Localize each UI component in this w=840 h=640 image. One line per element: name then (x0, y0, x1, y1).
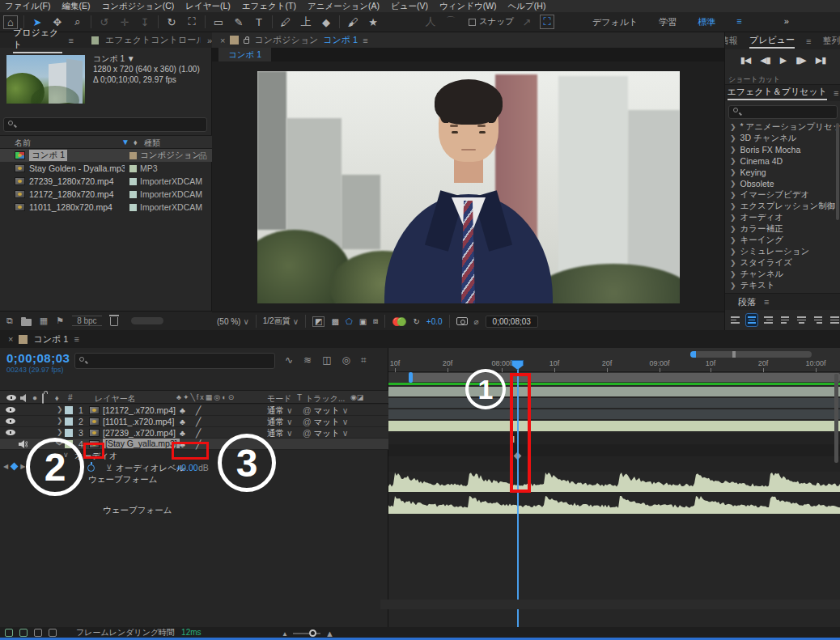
composition-panel-menu-icon[interactable]: ≡ (363, 36, 367, 45)
menu-edit[interactable]: 編集(E) (62, 1, 90, 12)
footage-name[interactable]: コンポ 1 (29, 150, 67, 161)
play-icon[interactable]: ▶ (780, 55, 786, 66)
close-icon[interactable]: × (8, 334, 13, 344)
project-scrollbar[interactable] (131, 317, 163, 324)
project-row[interactable]: 11011_1280x720.mp4 ImporterXDCAM (0, 201, 212, 214)
brush-tool-icon[interactable]: 🖊 (278, 16, 293, 28)
timeline-tab-comp-1[interactable]: コンポ 1 (33, 333, 68, 345)
zoom-slider-knob[interactable] (309, 629, 316, 637)
chevron-right-icon[interactable]: ❯ (730, 157, 736, 165)
draft3d-icon[interactable]: ≋ (303, 354, 312, 366)
layer-row-3[interactable]: ❯ 3 [27239_.x720.mp4] ♣ ╱ 通常 ∨ @ マット ∨ (0, 427, 388, 439)
footage-name[interactable]: Stay Golden - Dyalla.mp3 (29, 163, 125, 173)
chevron-right-icon[interactable]: ❯ (730, 259, 736, 267)
layer-name[interactable]: [Stay G_yalla.mp3] (103, 439, 180, 448)
label-column-icon[interactable]: ⬧ (134, 138, 138, 147)
effects-category[interactable]: ❯ Obsolete (725, 178, 840, 189)
close-icon[interactable]: × (220, 36, 225, 45)
effects-panel-menu-icon[interactable]: ≡ (834, 88, 838, 98)
mode-column[interactable]: モード (267, 393, 291, 405)
prev-frame-icon[interactable]: ◀▮ (760, 55, 770, 66)
comp-flowchart-icon[interactable]: ∿ (285, 354, 293, 366)
chevron-right-icon[interactable]: ❯ (730, 214, 736, 222)
audio-status-icon[interactable] (49, 629, 57, 637)
menu-composition[interactable]: コンポジション(C) (101, 1, 174, 12)
tab-info[interactable]: 情報 (725, 35, 738, 47)
puppet-pin-tool-icon[interactable]: ★ (366, 16, 380, 28)
reset-exposure-icon[interactable]: ↻ (413, 317, 419, 326)
chevron-right-icon[interactable]: ❯ (730, 236, 736, 244)
workspace-learn[interactable]: 学習 (659, 16, 677, 28)
show-snapshot-icon[interactable]: ⌀ (474, 317, 479, 326)
timeline-search-input[interactable] (74, 353, 275, 369)
align-center-button[interactable] (746, 314, 758, 326)
expand-icon[interactable]: ❯ (57, 405, 63, 413)
effects-category[interactable]: ❯ 3D チャンネル (725, 133, 840, 144)
panel-comp-name[interactable]: コンポ 1 (323, 34, 358, 46)
footage-name[interactable]: 27239_1280x720.mp4 (29, 176, 114, 186)
zoom-level-dropdown[interactable]: (50 %)∨ (217, 317, 249, 326)
menu-layer[interactable]: レイヤー(L) (185, 1, 231, 12)
orbit-tool-icon[interactable]: ↺ (97, 16, 112, 28)
comp-thumbnail[interactable] (6, 55, 85, 104)
work-area-bar[interactable] (388, 372, 840, 383)
matte-dropdown[interactable]: @ マット ∨ (303, 428, 348, 439)
time-ruler[interactable]: 10f20f08:00f10f20f09:00f10f20f10:00f (388, 348, 840, 372)
project-row[interactable]: 27239_1280x720.mp4 ImporterXDCAM (0, 175, 212, 188)
mode-dropdown[interactable]: 通常 ∨ (267, 405, 293, 417)
pan-camera-tool-icon[interactable]: ✛ (117, 16, 132, 28)
frame-blend-icon[interactable]: ◫ (322, 354, 331, 366)
audio-level-value[interactable]: +0.00 (176, 463, 198, 473)
layer-color-swatch[interactable] (65, 406, 73, 414)
chevron-right-icon[interactable]: ❯ (730, 146, 736, 154)
interpret-footage-icon[interactable]: ⧉ (6, 316, 13, 326)
quality-slash-icon[interactable]: ╱ (196, 428, 201, 438)
work-area-start-handle[interactable] (409, 372, 413, 383)
lasso-icon[interactable]: ⌒ (443, 15, 458, 29)
timeline-navigator[interactable] (690, 351, 812, 358)
timeline-vertical-scrollbar[interactable] (834, 374, 838, 463)
rotate-tool-icon[interactable]: ↻ (164, 16, 179, 28)
chevron-right-icon[interactable]: ❯ (730, 134, 736, 142)
layer-bar-3[interactable] (388, 409, 840, 419)
project-row[interactable]: コンポ 1 コンポジション (0, 149, 212, 162)
eye-icon[interactable] (6, 430, 15, 435)
menu-file[interactable]: ファイル(F) (5, 1, 50, 12)
layer-bar-2[interactable] (388, 398, 840, 408)
composition-viewport-image[interactable] (257, 71, 680, 303)
chevron-right-icon[interactable]: ❯ (730, 202, 736, 210)
resolution-dropdown[interactable]: 1/2画質∨ (263, 316, 299, 327)
dolly-tool-icon[interactable]: ↧ (138, 16, 152, 28)
comp-name[interactable]: コンポ 1 ▼ (93, 53, 200, 64)
expand-icon[interactable]: ❯ (57, 428, 63, 436)
project-column-header[interactable]: 名前 ▼ ⬧ 種類 (0, 135, 212, 149)
layer-name-column[interactable]: レイヤー名 (95, 393, 136, 405)
waveform-group-label[interactable]: ウェーブフォーム (88, 474, 157, 485)
sort-arrow-icon[interactable]: ▼ (121, 138, 129, 146)
footage-name[interactable]: 11011_1280x720.mp4 (29, 202, 112, 212)
audio-level-label[interactable]: オーディオレベル (116, 463, 185, 474)
justify-last-left-button[interactable] (779, 314, 791, 326)
new-folder-icon[interactable] (21, 319, 32, 326)
tab-effect-controls[interactable]: エフェクトコントロール Stay Gol (105, 34, 201, 46)
project-panel-menu-icon[interactable]: ≡ (69, 36, 74, 45)
tab-paragraph[interactable]: 段落 (738, 296, 756, 308)
chevron-right-icon[interactable]: ❯ (730, 270, 736, 278)
quality-icon[interactable]: ♣ (180, 428, 185, 438)
mask-visibility-icon[interactable]: ⬠ (346, 317, 353, 326)
adjust-icon[interactable]: ⚑ (56, 316, 64, 326)
menu-help[interactable]: ヘルプ(H) (508, 1, 546, 12)
person-icon[interactable] (34, 629, 42, 637)
justify-last-right-button[interactable] (812, 314, 825, 326)
quality-icon[interactable]: ♣ (180, 405, 185, 415)
zoom-out-mountain-icon[interactable]: ▲ (282, 630, 288, 638)
channel-icon[interactable]: 🔴🟢 (392, 317, 406, 326)
effects-category[interactable]: ❯ カラー補正 (725, 223, 840, 235)
project-row[interactable]: 12172_1280x720.mp4 ImporterXDCAM (0, 188, 212, 201)
chevron-right-icon[interactable]: ❯ (730, 248, 736, 256)
anchor-tool-icon[interactable]: ⛶ (185, 15, 199, 28)
justify-all-button[interactable] (829, 314, 840, 326)
next-keyframe-icon[interactable]: ▶ (20, 463, 25, 470)
footage-name[interactable]: 12172_1280x720.mp4 (29, 189, 114, 199)
layer-name[interactable]: [12172_.x720.mp4] (103, 405, 176, 415)
